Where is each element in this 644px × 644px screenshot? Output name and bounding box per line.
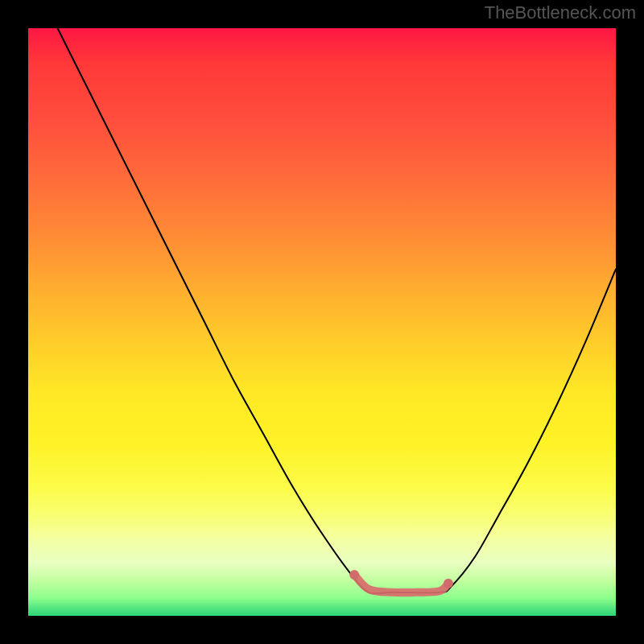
optimal-zone-highlight xyxy=(354,575,448,592)
bottleneck-curve xyxy=(58,28,617,593)
watermark-text: TheBottleneck.com xyxy=(485,2,636,23)
highlight-dot-right xyxy=(444,579,453,588)
chart-container: TheBottleneck.com xyxy=(0,0,644,644)
curve-layer xyxy=(28,28,616,616)
plot-area xyxy=(28,28,616,616)
highlight-dot-left xyxy=(349,570,359,580)
